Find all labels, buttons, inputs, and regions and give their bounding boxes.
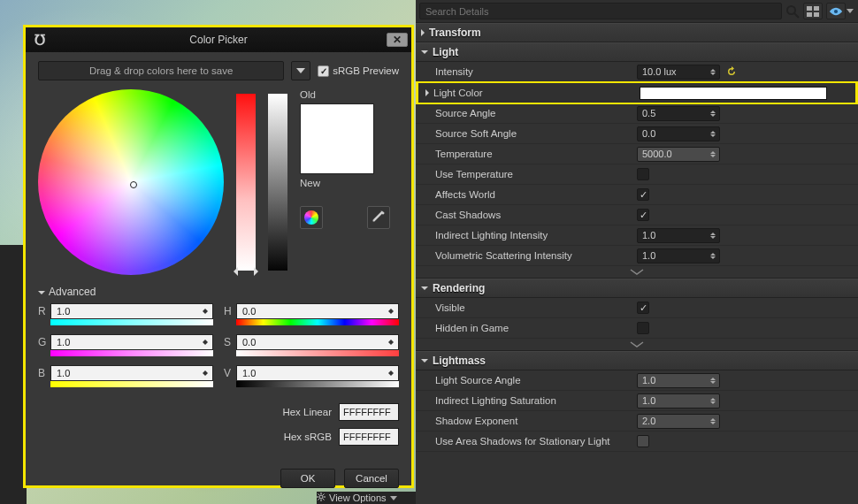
prop-shadow-exponent: Shadow Exponent 2.0: [416, 411, 858, 431]
eyedropper-icon: [372, 210, 386, 225]
property-matrix-button[interactable]: [803, 3, 823, 19]
prop-use-temperature: Use Temperature: [416, 164, 858, 185]
prop-volumetric-scatter: Volumetric Scattering Intensity 1.0: [416, 246, 858, 266]
reset-icon: [726, 66, 737, 77]
section-lightmass[interactable]: Lightmass: [416, 351, 858, 370]
indirect-intensity-input[interactable]: 1.0: [637, 228, 720, 243]
ok-button[interactable]: OK: [280, 469, 335, 488]
use-area-shadows-checkbox[interactable]: [637, 435, 649, 447]
h-input[interactable]: 0.0: [236, 303, 399, 319]
chevron-down-icon: [296, 68, 305, 73]
chevron-down-icon: [627, 341, 647, 348]
prop-temperature: Temperature 5000.0: [416, 144, 858, 164]
svg-rect-4: [807, 12, 812, 17]
light-color-swatch[interactable]: [640, 87, 827, 100]
visible-checkbox[interactable]: ✓: [637, 302, 649, 314]
prop-use-area-shadows: Use Area Shadows for Stationary Light: [416, 431, 858, 452]
prop-light-color-highlighted: Light Color: [416, 81, 858, 104]
chevron-down-icon: [627, 269, 647, 276]
color-picker-dialog: ℧ Color Picker ✕ Drag & drop colors here…: [23, 25, 414, 488]
light-advanced-toggle[interactable]: [416, 266, 858, 279]
view-options-button[interactable]: View Options: [317, 492, 416, 504]
chevron-down-icon: [847, 9, 854, 13]
cancel-button[interactable]: Cancel: [344, 469, 399, 488]
v-label: V: [224, 367, 233, 379]
dialog-title: Color Picker: [50, 34, 387, 46]
s-input[interactable]: 0.0: [236, 334, 399, 350]
expand-down-icon: [421, 359, 428, 363]
prop-affects-world: Affects World ✓: [416, 185, 858, 205]
svg-rect-5: [814, 12, 819, 17]
unreal-logo-icon: ℧: [29, 29, 50, 50]
g-label: G: [38, 336, 47, 348]
expand-down-icon: [421, 50, 428, 54]
dialog-titlebar[interactable]: ℧ Color Picker ✕: [26, 27, 411, 52]
s-label: S: [224, 336, 233, 348]
prop-source-angle: Source Angle 0.5: [416, 103, 858, 124]
h-label: H: [224, 305, 233, 317]
saved-colors-dropdown[interactable]: [291, 61, 310, 80]
expand-down-icon: [38, 291, 45, 294]
rainbow-circle-icon: [304, 210, 318, 225]
prop-visible: Visible ✓: [416, 298, 858, 318]
b-input[interactable]: 1.0: [50, 365, 213, 381]
indirect-saturation-input[interactable]: 1.0: [637, 393, 720, 409]
section-light[interactable]: Light: [416, 42, 858, 62]
prop-intensity: Intensity 10.0 lux: [416, 62, 858, 82]
hex-linear-label: Hex Linear: [282, 407, 332, 417]
prop-indirect-saturation: Indirect Lighting Saturation 1.0: [416, 391, 858, 411]
hex-linear-input[interactable]: [339, 403, 399, 421]
search-input[interactable]: [419, 3, 782, 19]
source-soft-angle-input[interactable]: 0.0: [637, 126, 720, 141]
expand-right-icon: [425, 89, 429, 96]
r-label: R: [38, 305, 47, 317]
cast-shadows-checkbox[interactable]: ✓: [637, 209, 649, 221]
expand-down-icon: [421, 286, 428, 290]
visibility-dropdown[interactable]: [846, 3, 854, 19]
old-new-swatch[interactable]: [300, 103, 374, 174]
svg-rect-3: [814, 6, 819, 11]
volumetric-scatter-input[interactable]: 1.0: [637, 248, 720, 263]
srgb-label: sRGB Preview: [333, 65, 399, 76]
srgb-preview-toggle[interactable]: ✓ sRGB Preview: [318, 65, 399, 77]
old-color-label: Old: [300, 89, 390, 100]
close-button[interactable]: ✕: [387, 33, 408, 47]
source-angle-input[interactable]: 0.5: [637, 106, 720, 121]
temperature-input[interactable]: 5000.0: [637, 147, 720, 162]
rendering-advanced-toggle[interactable]: [416, 339, 858, 351]
use-temperature-checkbox[interactable]: [637, 168, 649, 180]
search-icon[interactable]: [785, 4, 800, 19]
affects-world-checkbox[interactable]: ✓: [637, 188, 649, 201]
hex-srgb-label: Hex sRGB: [284, 431, 332, 442]
light-source-angle-input[interactable]: 1.0: [637, 373, 720, 388]
v-input[interactable]: 1.0: [236, 365, 399, 381]
chevron-down-icon: [390, 496, 397, 500]
intensity-input[interactable]: 10.0 lux: [637, 65, 720, 80]
section-transform[interactable]: Transform: [416, 23, 858, 42]
prop-source-soft-angle: Source Soft Angle 0.0: [416, 124, 858, 144]
color-theme-button[interactable]: [300, 206, 323, 229]
svg-line-1: [794, 13, 799, 18]
hex-srgb-input[interactable]: [339, 428, 399, 446]
shadow-exponent-input[interactable]: 2.0: [637, 414, 720, 429]
advanced-section-header[interactable]: Advanced: [38, 286, 399, 298]
eyedropper-button[interactable]: [367, 206, 390, 229]
checkbox-checked-icon: ✓: [318, 65, 329, 77]
saturation-slider[interactable]: [236, 94, 256, 271]
g-input[interactable]: 1.0: [50, 334, 213, 350]
prop-light-source-angle: Light Source Angle 1.0: [416, 370, 858, 391]
section-rendering[interactable]: Rendering: [416, 279, 858, 298]
prop-indirect-intensity: Indirect Lighting Intensity 1.0: [416, 225, 858, 246]
color-drop-area[interactable]: Drag & drop colors here to save: [38, 61, 284, 80]
hidden-in-game-checkbox[interactable]: [637, 322, 649, 334]
grid-icon: [807, 6, 819, 17]
color-wheel[interactable]: [38, 89, 224, 275]
r-input[interactable]: 1.0: [50, 303, 213, 319]
b-label: B: [38, 367, 47, 379]
visibility-filter-button[interactable]: [826, 3, 846, 19]
svg-point-0: [787, 6, 795, 14]
value-slider[interactable]: [268, 94, 287, 271]
details-panel: Transform Light Intensity 10.0 lux Light…: [416, 0, 858, 504]
reset-button[interactable]: [725, 65, 738, 78]
color-wheel-cursor[interactable]: [130, 181, 137, 188]
